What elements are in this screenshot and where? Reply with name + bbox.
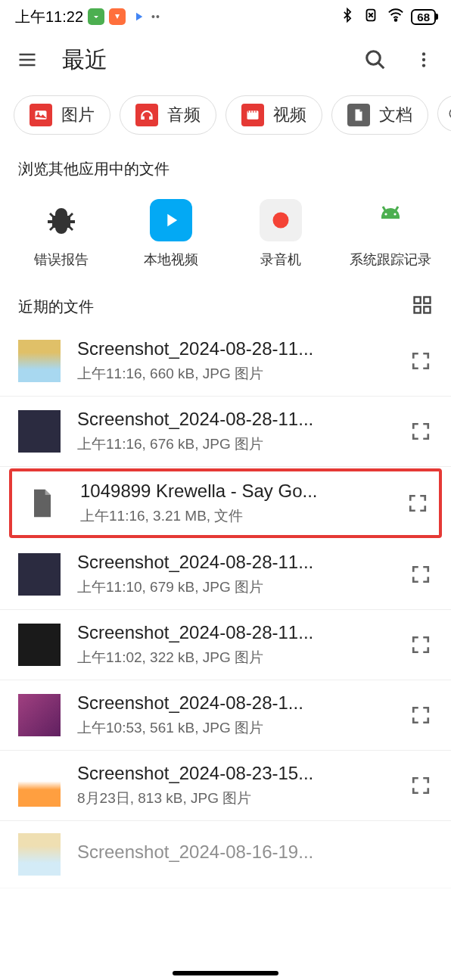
status-app-icon-2 (109, 8, 126, 25)
chip-label: 图片 (61, 104, 95, 126)
app-label: 错误报告 (34, 250, 89, 269)
app-bar: 最近 (0, 33, 451, 86)
status-app-icon-1 (88, 8, 104, 25)
chip-docs[interactable]: 文档 (331, 95, 428, 135)
file-thumbnail (18, 624, 61, 666)
file-thumbnail (18, 553, 61, 596)
android-icon (369, 199, 412, 241)
status-bar: 上午11:22 •• 68 (0, 0, 451, 33)
file-list: Screenshot_2024-08-28-11... 上午11:16, 660… (0, 326, 451, 888)
file-name: Screenshot_2024-08-28-11... (77, 622, 389, 643)
expand-button[interactable] (406, 700, 436, 730)
recent-files-label: 近期的文件 (18, 297, 94, 317)
file-row[interactable]: Screenshot_2024-08-28-11... 上午11:10, 679… (0, 540, 451, 610)
more-button[interactable] (410, 46, 437, 73)
file-meta: 上午10:53, 561 kB, JPG 图片 (77, 718, 389, 738)
file-row[interactable]: Screenshot_2024-08-28-11... 上午11:16, 676… (0, 397, 451, 467)
file-thumbnail (18, 833, 61, 876)
category-chips: 图片 音频 视频 文档 (0, 86, 451, 148)
app-system-trace[interactable]: 系统跟踪记录 (341, 199, 440, 269)
chip-label: 视频 (273, 104, 306, 126)
document-icon (347, 104, 370, 126)
browse-apps-label: 浏览其他应用中的文件 (0, 148, 451, 190)
expand-button[interactable] (406, 346, 436, 376)
video-icon (241, 104, 264, 126)
file-thumbnail (21, 482, 64, 524)
svg-point-7 (37, 112, 39, 114)
file-thumbnail (18, 764, 61, 807)
svg-point-11 (384, 213, 387, 215)
expand-button[interactable] (406, 630, 436, 660)
file-meta: 上午11:16, 3.21 MB, 文件 (80, 506, 386, 526)
chip-video[interactable]: 视频 (226, 95, 322, 135)
chip-label: 文档 (379, 104, 412, 126)
file-row[interactable]: Screenshot_2024-08-23-15... 8月23日, 813 k… (0, 751, 451, 821)
svg-rect-15 (415, 306, 421, 313)
file-name: Screenshot_2024-08-28-11... (77, 552, 389, 573)
bug-icon (40, 199, 82, 241)
expand-button[interactable] (406, 770, 436, 801)
expand-button[interactable] (406, 559, 436, 590)
app-local-video[interactable]: 本地视频 (122, 199, 220, 269)
wifi-icon (387, 7, 405, 27)
svg-point-2 (367, 51, 381, 65)
audio-icon (135, 104, 158, 126)
image-icon (30, 104, 52, 126)
svg-rect-13 (415, 297, 421, 303)
svg-rect-16 (424, 306, 430, 313)
status-app-icon-3 (130, 8, 147, 25)
svg-point-12 (393, 213, 396, 215)
file-name: Screenshot_2024-08-28-1... (77, 692, 389, 714)
app-recorder[interactable]: 录音机 (232, 199, 330, 269)
app-bug-report[interactable]: 错误报告 (12, 199, 110, 269)
file-meta: 上午11:16, 660 kB, JPG 图片 (77, 364, 389, 384)
chip-images[interactable]: 图片 (14, 95, 110, 135)
recorder-icon (260, 199, 302, 241)
file-meta: 8月23日, 813 kB, JPG 图片 (77, 789, 389, 808)
file-name: Screenshot_2024-08-28-11... (77, 338, 389, 359)
expand-button[interactable] (406, 416, 436, 446)
file-name: Screenshot_2024-08-28-11... (77, 409, 389, 430)
svg-rect-6 (36, 110, 47, 120)
search-button[interactable] (362, 46, 389, 73)
file-thumbnail (18, 694, 61, 736)
file-meta: 上午11:16, 676 kB, JPG 图片 (77, 434, 389, 454)
svg-point-10 (272, 213, 288, 229)
view-toggle-button[interactable] (412, 294, 433, 319)
file-row[interactable]: Screenshot_2024-08-28-1... 上午10:53, 561 … (0, 680, 451, 751)
svg-rect-14 (424, 297, 430, 303)
file-name: 1049899 Krewella - Say Go... (80, 481, 386, 502)
page-title: 最近 (62, 45, 341, 76)
chip-audio[interactable]: 音频 (120, 95, 216, 135)
file-name: Screenshot_2024-08-23-15... (77, 763, 389, 784)
file-thumbnail (18, 410, 61, 453)
file-row[interactable]: Screenshot_2024-08-28-11... 上午11:16, 660… (0, 326, 451, 397)
file-row[interactable]: Screenshot_2024-08-28-11... 上午11:02, 322… (0, 610, 451, 680)
app-label: 本地视频 (144, 250, 198, 269)
bluetooth-icon (340, 7, 355, 27)
app-label: 录音机 (260, 250, 301, 269)
file-row[interactable]: Screenshot_2024-08-16-19... (0, 821, 451, 888)
video-app-icon (150, 199, 192, 241)
file-meta: 上午11:02, 322 kB, JPG 图片 (77, 648, 389, 667)
file-row-highlighted[interactable]: 1049899 Krewella - Say Go... 上午11:16, 3.… (9, 468, 442, 538)
chip-label: 音频 (167, 104, 201, 126)
chip-more[interactable] (437, 95, 451, 132)
expand-button[interactable] (403, 488, 433, 518)
app-label: 系统跟踪记录 (350, 250, 431, 269)
svg-point-3 (422, 52, 425, 55)
svg-point-5 (422, 64, 425, 67)
status-more-icon: •• (151, 11, 160, 23)
status-time: 上午11:22 (15, 7, 83, 27)
vibrate-icon (361, 7, 381, 27)
menu-button[interactable] (14, 46, 41, 73)
file-name: Screenshot_2024-08-16-19... (77, 842, 436, 863)
svg-point-1 (395, 19, 397, 21)
nav-handle[interactable] (173, 971, 278, 975)
svg-point-4 (422, 58, 425, 61)
file-thumbnail (18, 340, 61, 382)
battery-indicator: 68 (411, 9, 436, 25)
apps-row: 错误报告 本地视频 录音机 系统跟踪记录 (0, 190, 451, 284)
file-meta: 上午11:10, 679 kB, JPG 图片 (77, 577, 389, 597)
